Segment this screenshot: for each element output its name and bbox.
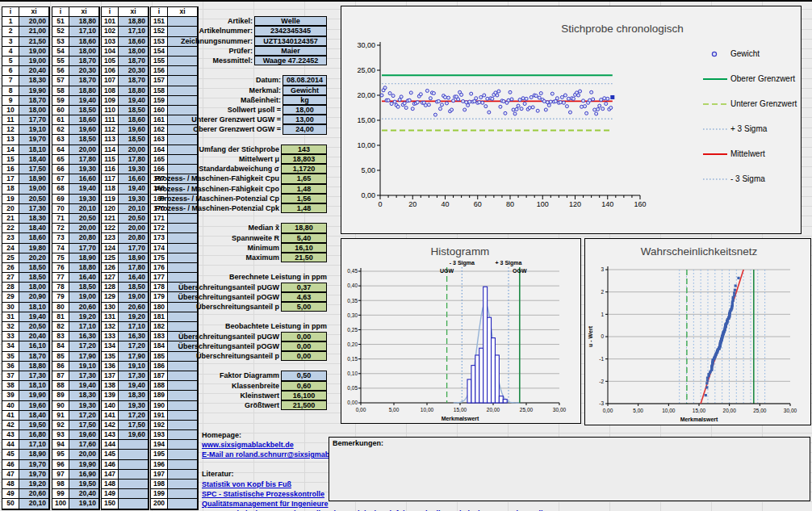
cell-index[interactable]: 111 — [102, 115, 119, 125]
cell-index[interactable]: 129 — [102, 292, 119, 302]
cell-value[interactable]: 20,60 — [19, 489, 49, 499]
cell-value[interactable]: 19,90 — [19, 86, 49, 96]
cell-value[interactable]: 19,40 — [19, 312, 49, 322]
table-row[interactable]: 195 — [151, 450, 198, 459]
cell-value[interactable]: 20,60 — [69, 303, 99, 312]
table-row[interactable]: 84 17,20 — [52, 341, 99, 351]
cell-value[interactable]: 18,50 — [69, 106, 99, 115]
cell-value[interactable]: 19,30 — [69, 401, 99, 411]
cell-value[interactable]: 19,00 — [69, 292, 99, 302]
cell-index[interactable]: 113 — [102, 135, 119, 145]
cell-index[interactable]: 78 — [52, 283, 69, 292]
table-row[interactable]: 56 20,30 — [52, 66, 99, 76]
cell-index[interactable]: 87 — [52, 371, 69, 381]
cell-index[interactable]: 69 — [52, 195, 69, 204]
field-value-diagram-3[interactable]: 21,500 — [281, 400, 327, 410]
cell-index[interactable]: 52 — [52, 27, 69, 36]
table-row[interactable]: 200 — [151, 499, 198, 509]
cell-value[interactable]: 17,10 — [119, 322, 149, 332]
cell-index[interactable]: 14 — [2, 145, 19, 155]
table-row[interactable]: 36 18,80 — [2, 362, 49, 371]
cell-index[interactable]: 122 — [102, 224, 119, 233]
table-row[interactable]: 113 18,50 — [102, 135, 149, 145]
table-row[interactable]: 82 17,10 — [52, 322, 99, 332]
cell-value[interactable]: 19,90 — [19, 391, 49, 400]
chart-probability[interactable]: Wahrscheinlichkeitsnetz-3-2-101230,005,0… — [584, 238, 811, 425]
cell-value[interactable] — [168, 214, 198, 224]
cell-index[interactable]: 59 — [52, 96, 69, 106]
cell-value[interactable]: 20,20 — [19, 253, 49, 263]
cell-index[interactable]: 6 — [2, 66, 19, 76]
cell-value[interactable]: 19,10 — [119, 362, 149, 371]
cell-value[interactable]: 18,80 — [69, 86, 99, 96]
cell-index[interactable]: 46 — [2, 460, 19, 470]
cell-index[interactable]: 21 — [2, 214, 19, 224]
field-value-spec-4[interactable]: 13,00 — [283, 115, 327, 124]
link-literatur-2[interactable]: Qualitätsmanagement für Ingenieure — [202, 500, 329, 508]
table-row[interactable]: 78 18,50 — [52, 283, 99, 292]
cell-index[interactable]: 114 — [102, 145, 119, 155]
cell-index[interactable]: 93 — [52, 430, 69, 440]
table-row[interactable]: 72 20,00 — [52, 224, 99, 233]
table-row[interactable]: 196 — [151, 460, 198, 470]
cell-value[interactable]: 18,70 — [69, 76, 99, 86]
cell-index[interactable]: 195 — [151, 450, 168, 459]
table-row[interactable]: 142 17,50 — [102, 421, 149, 430]
link-homepage-0[interactable]: www.sixsigmablackbelt.de — [202, 441, 294, 449]
table-row[interactable]: 67 16,60 — [52, 174, 99, 184]
table-row[interactable]: 186 — [151, 362, 198, 371]
cell-index[interactable]: 191 — [151, 411, 168, 421]
cell-index[interactable]: 116 — [102, 165, 119, 174]
cell-index[interactable]: 2 — [2, 27, 19, 36]
cell-value[interactable]: 18,50 — [119, 135, 149, 145]
cell-value[interactable]: 17,10 — [69, 322, 99, 332]
cell-value[interactable]: 18,00 — [19, 106, 49, 115]
cell-value[interactable]: 17,20 — [69, 411, 99, 421]
cell-value[interactable]: 20,00 — [69, 224, 99, 233]
cell-index[interactable]: 36 — [2, 362, 19, 371]
table-row[interactable]: 13 19,70 — [2, 135, 49, 145]
cell-index[interactable]: 136 — [102, 362, 119, 371]
table-row[interactable]: 94 17,60 — [52, 440, 99, 450]
cell-value[interactable]: 17,70 — [19, 115, 49, 125]
cell-value[interactable]: 16,90 — [69, 470, 99, 480]
chart-histogram[interactable]: Histogramm0,000,050,100,150,200,250,300,… — [341, 238, 581, 424]
cell-index[interactable]: 182 — [151, 322, 168, 332]
table-row[interactable]: 53 18,60 — [52, 37, 99, 47]
cell-index[interactable]: 177 — [151, 273, 168, 283]
table-row[interactable]: 71 20,50 — [52, 214, 99, 224]
cell-index[interactable]: 131 — [102, 312, 119, 322]
cell-value[interactable]: 19,70 — [19, 135, 49, 145]
cell-value[interactable]: 17,10 — [69, 27, 99, 36]
cell-index[interactable]: 110 — [102, 106, 119, 115]
cell-index[interactable]: 37 — [2, 371, 19, 381]
table-row[interactable]: 127 16,40 — [102, 273, 149, 283]
cell-value[interactable]: 21,00 — [19, 27, 49, 36]
cell-value[interactable]: 19,10 — [69, 499, 99, 509]
table-row[interactable]: 146 — [102, 460, 149, 470]
table-row[interactable]: 95 20,00 — [52, 450, 99, 459]
cell-index[interactable]: 27 — [2, 273, 19, 283]
cell-index[interactable]: 77 — [52, 273, 69, 283]
field-value-spec-5[interactable]: 24,00 — [283, 124, 327, 134]
table-row[interactable]: 33 20,40 — [2, 332, 49, 341]
table-row[interactable]: 52 17,10 — [52, 27, 99, 36]
table-row[interactable]: 70 20,10 — [52, 204, 99, 214]
cell-index[interactable]: 142 — [102, 421, 119, 430]
cell-index[interactable]: 197 — [151, 470, 168, 480]
cell-index[interactable]: 192 — [151, 421, 168, 430]
cell-index[interactable]: 125 — [102, 253, 119, 263]
cell-index[interactable]: 194 — [151, 440, 168, 450]
cell-index[interactable]: 150 — [102, 499, 119, 509]
table-row[interactable]: 59 19,40 — [52, 96, 99, 106]
cell-value[interactable]: 20,50 — [69, 214, 99, 224]
cell-index[interactable]: 98 — [52, 480, 69, 489]
cell-index[interactable]: 102 — [102, 27, 119, 36]
cell-index[interactable]: 67 — [52, 174, 69, 184]
table-row[interactable]: 35 18,70 — [2, 352, 49, 362]
table-row[interactable]: 4 19,00 — [2, 47, 49, 57]
table-row[interactable]: 18 19,00 — [2, 184, 49, 194]
table-row[interactable]: 46 19,70 — [2, 460, 49, 470]
cell-index[interactable]: 90 — [52, 401, 69, 411]
cell-index[interactable]: 118 — [102, 184, 119, 194]
